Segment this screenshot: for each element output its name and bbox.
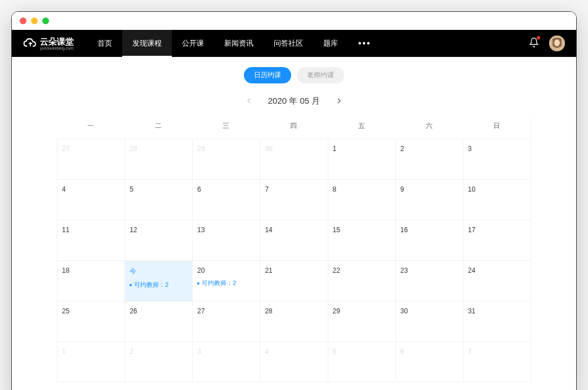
nav-more-icon[interactable]: ••• bbox=[348, 38, 381, 48]
day-number: 10 bbox=[468, 185, 526, 193]
day-cell[interactable]: 30 bbox=[260, 139, 327, 179]
day-cell[interactable]: 15 bbox=[328, 220, 395, 260]
notification-dot-icon bbox=[537, 36, 540, 39]
day-number: 5 bbox=[130, 185, 188, 193]
day-cell[interactable]: 27 bbox=[192, 301, 260, 342]
day-cell[interactable]: 31 bbox=[463, 301, 531, 342]
notification-bell-icon[interactable] bbox=[529, 37, 539, 50]
day-cell[interactable]: 12 bbox=[124, 220, 192, 260]
day-cell[interactable]: 今可约教师：2 bbox=[124, 260, 192, 301]
day-number: 3 bbox=[468, 145, 526, 153]
svg-point-1 bbox=[554, 39, 560, 46]
logo-text-wrap: 云朵课堂 yunduoketang.com bbox=[40, 37, 74, 50]
day-cell[interactable]: 4 bbox=[260, 342, 327, 382]
day-cell[interactable]: 26 bbox=[124, 301, 192, 342]
view-tabs: 日历约课 老师约课 bbox=[57, 67, 531, 83]
day-number: 26 bbox=[130, 307, 188, 315]
day-number: 16 bbox=[400, 226, 458, 234]
day-number: 27 bbox=[62, 145, 120, 153]
tab-teacher[interactable]: 老师约课 bbox=[297, 67, 344, 83]
day-number: 9 bbox=[400, 185, 458, 193]
day-number: 20 bbox=[197, 267, 255, 274]
logo[interactable]: 云朵课堂 yunduoketang.com bbox=[23, 37, 74, 50]
day-number: 29 bbox=[197, 145, 255, 153]
day-number: 今 bbox=[130, 267, 188, 276]
day-event[interactable]: 可约教师：2 bbox=[130, 281, 188, 289]
day-event[interactable]: 可约教师：2 bbox=[197, 279, 255, 287]
day-cell[interactable]: 30 bbox=[395, 301, 463, 342]
day-number: 7 bbox=[468, 348, 526, 356]
prev-month-icon[interactable] bbox=[247, 97, 252, 105]
day-cell[interactable]: 16 bbox=[395, 220, 463, 260]
day-cell[interactable]: 28 bbox=[260, 301, 327, 342]
day-number: 3 bbox=[197, 348, 255, 356]
close-window-icon[interactable] bbox=[20, 17, 26, 24]
nav-item-0[interactable]: 首页 bbox=[87, 30, 122, 57]
day-cell[interactable]: 14 bbox=[260, 220, 327, 260]
nav-item-4[interactable]: 问答社区 bbox=[264, 30, 313, 57]
day-cell[interactable]: 28 bbox=[124, 139, 192, 179]
day-cell[interactable]: 7 bbox=[463, 342, 531, 382]
day-cell[interactable]: 21 bbox=[260, 260, 327, 301]
day-cell[interactable]: 17 bbox=[463, 220, 531, 260]
user-avatar[interactable] bbox=[549, 36, 565, 51]
day-number: 17 bbox=[468, 226, 526, 234]
content-area: 日历约课 老师约课 2020 年 05 月 一二三四五六日 2728293012… bbox=[12, 57, 576, 390]
nav-item-1[interactable]: 发现课程 bbox=[122, 30, 172, 57]
day-cell[interactable]: 6 bbox=[192, 179, 260, 220]
day-cell[interactable]: 6 bbox=[395, 342, 463, 382]
day-number: 5 bbox=[333, 348, 391, 356]
day-cell[interactable]: 9 bbox=[395, 179, 463, 220]
minimize-window-icon[interactable] bbox=[31, 17, 38, 24]
day-cell[interactable]: 18 bbox=[57, 260, 124, 301]
day-cell[interactable]: 29 bbox=[328, 301, 395, 342]
day-cell[interactable]: 27 bbox=[57, 139, 124, 179]
day-cell[interactable]: 8 bbox=[328, 179, 395, 220]
day-cell[interactable]: 2 bbox=[124, 342, 192, 382]
day-number: 23 bbox=[400, 267, 458, 274]
day-cell[interactable]: 3 bbox=[463, 139, 531, 179]
next-month-icon[interactable] bbox=[336, 97, 341, 105]
day-cell[interactable]: 29 bbox=[192, 139, 260, 179]
nav-item-2[interactable]: 公开课 bbox=[172, 30, 214, 57]
nav-item-5[interactable]: 题库 bbox=[313, 30, 348, 57]
day-cell[interactable]: 7 bbox=[260, 179, 327, 220]
days-grid: 27282930123456789101112131415161718今可约教师… bbox=[57, 139, 531, 382]
weekday-3: 四 bbox=[260, 118, 327, 134]
day-cell[interactable]: 25 bbox=[57, 301, 124, 342]
day-number: 14 bbox=[265, 226, 323, 234]
day-number: 8 bbox=[333, 185, 391, 193]
day-number: 15 bbox=[333, 226, 391, 234]
day-cell[interactable]: 10 bbox=[463, 179, 531, 220]
day-number: 6 bbox=[400, 348, 458, 356]
maximize-window-icon[interactable] bbox=[42, 17, 49, 24]
day-cell[interactable]: 5 bbox=[328, 342, 395, 382]
weekday-0: 一 bbox=[57, 118, 124, 134]
calendar: 一二三四五六日 27282930123456789101112131415161… bbox=[57, 118, 531, 382]
day-number: 11 bbox=[62, 226, 120, 234]
titlebar bbox=[12, 12, 576, 30]
app-window: 云朵课堂 yunduoketang.com 首页发现课程公开课新闻资讯问答社区题… bbox=[11, 11, 577, 390]
day-cell[interactable]: 3 bbox=[192, 342, 260, 382]
nav-item-3[interactable]: 新闻资讯 bbox=[214, 30, 264, 57]
day-cell[interactable]: 11 bbox=[57, 220, 124, 260]
day-cell[interactable]: 13 bbox=[192, 220, 260, 260]
day-cell[interactable]: 24 bbox=[463, 260, 531, 301]
nav-right bbox=[529, 36, 565, 51]
month-label: 2020 年 05 月 bbox=[268, 96, 320, 107]
day-cell[interactable]: 23 bbox=[395, 260, 463, 301]
nav-items: 首页发现课程公开课新闻资讯问答社区题库 bbox=[87, 30, 348, 57]
day-cell[interactable]: 4 bbox=[57, 179, 124, 220]
day-cell[interactable]: 1 bbox=[57, 342, 124, 382]
day-cell[interactable]: 1 bbox=[328, 139, 395, 179]
tab-calendar[interactable]: 日历约课 bbox=[244, 67, 291, 83]
day-cell[interactable]: 5 bbox=[124, 179, 192, 220]
logo-text: 云朵课堂 bbox=[40, 37, 74, 46]
day-number: 4 bbox=[62, 185, 120, 193]
day-cell[interactable]: 2 bbox=[395, 139, 463, 179]
day-number: 13 bbox=[197, 226, 255, 234]
day-number: 21 bbox=[265, 267, 323, 274]
day-cell[interactable]: 20可约教师：2 bbox=[192, 260, 260, 301]
day-cell[interactable]: 22 bbox=[328, 260, 395, 301]
weekday-2: 三 bbox=[192, 118, 260, 134]
